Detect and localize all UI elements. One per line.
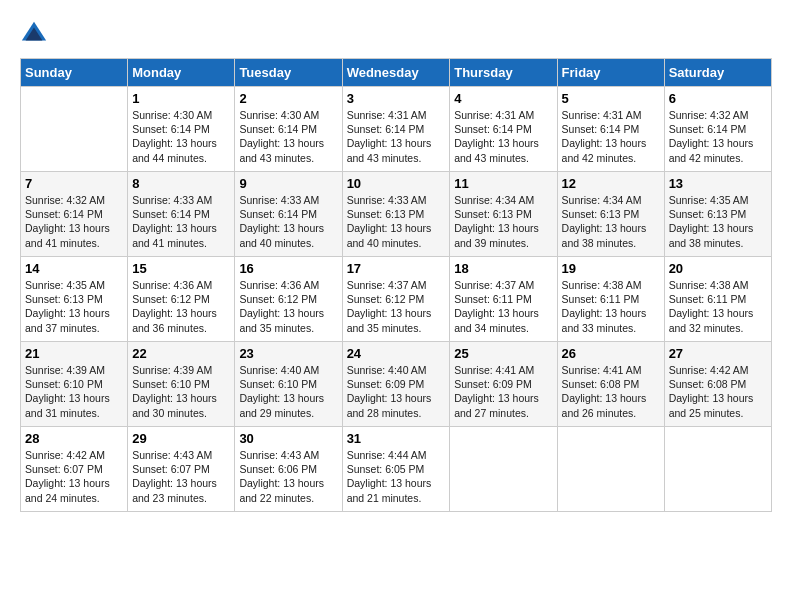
calendar-day-cell: 22 Sunrise: 4:39 AM Sunset: 6:10 PM Dayl… xyxy=(128,342,235,427)
calendar-day-cell: 23 Sunrise: 4:40 AM Sunset: 6:10 PM Dayl… xyxy=(235,342,342,427)
day-number: 1 xyxy=(132,91,230,106)
day-info: Sunrise: 4:43 AM Sunset: 6:07 PM Dayligh… xyxy=(132,448,230,505)
calendar-day-cell: 20 Sunrise: 4:38 AM Sunset: 6:11 PM Dayl… xyxy=(664,257,771,342)
calendar-day-cell: 29 Sunrise: 4:43 AM Sunset: 6:07 PM Dayl… xyxy=(128,427,235,512)
day-info: Sunrise: 4:31 AM Sunset: 6:14 PM Dayligh… xyxy=(454,108,552,165)
day-info: Sunrise: 4:33 AM Sunset: 6:13 PM Dayligh… xyxy=(347,193,446,250)
calendar-week-row: 7 Sunrise: 4:32 AM Sunset: 6:14 PM Dayli… xyxy=(21,172,772,257)
calendar-day-cell xyxy=(557,427,664,512)
day-info: Sunrise: 4:39 AM Sunset: 6:10 PM Dayligh… xyxy=(132,363,230,420)
day-number: 9 xyxy=(239,176,337,191)
day-number: 26 xyxy=(562,346,660,361)
calendar-day-cell: 11 Sunrise: 4:34 AM Sunset: 6:13 PM Dayl… xyxy=(450,172,557,257)
calendar-day-cell: 6 Sunrise: 4:32 AM Sunset: 6:14 PM Dayli… xyxy=(664,87,771,172)
calendar-day-cell: 31 Sunrise: 4:44 AM Sunset: 6:05 PM Dayl… xyxy=(342,427,450,512)
day-info: Sunrise: 4:34 AM Sunset: 6:13 PM Dayligh… xyxy=(562,193,660,250)
day-info: Sunrise: 4:33 AM Sunset: 6:14 PM Dayligh… xyxy=(239,193,337,250)
day-info: Sunrise: 4:42 AM Sunset: 6:07 PM Dayligh… xyxy=(25,448,123,505)
calendar-day-cell: 18 Sunrise: 4:37 AM Sunset: 6:11 PM Dayl… xyxy=(450,257,557,342)
calendar-week-row: 28 Sunrise: 4:42 AM Sunset: 6:07 PM Dayl… xyxy=(21,427,772,512)
day-number: 4 xyxy=(454,91,552,106)
calendar-week-row: 14 Sunrise: 4:35 AM Sunset: 6:13 PM Dayl… xyxy=(21,257,772,342)
day-number: 5 xyxy=(562,91,660,106)
day-number: 22 xyxy=(132,346,230,361)
day-info: Sunrise: 4:39 AM Sunset: 6:10 PM Dayligh… xyxy=(25,363,123,420)
day-number: 28 xyxy=(25,431,123,446)
day-number: 7 xyxy=(25,176,123,191)
day-info: Sunrise: 4:32 AM Sunset: 6:14 PM Dayligh… xyxy=(25,193,123,250)
day-info: Sunrise: 4:31 AM Sunset: 6:14 PM Dayligh… xyxy=(562,108,660,165)
calendar-day-cell: 24 Sunrise: 4:40 AM Sunset: 6:09 PM Dayl… xyxy=(342,342,450,427)
day-number: 16 xyxy=(239,261,337,276)
day-number: 13 xyxy=(669,176,767,191)
calendar-day-cell xyxy=(450,427,557,512)
calendar-day-cell xyxy=(664,427,771,512)
weekday-header: Monday xyxy=(128,59,235,87)
day-number: 19 xyxy=(562,261,660,276)
weekday-header: Wednesday xyxy=(342,59,450,87)
day-number: 30 xyxy=(239,431,337,446)
day-number: 12 xyxy=(562,176,660,191)
day-number: 3 xyxy=(347,91,446,106)
calendar-day-cell: 27 Sunrise: 4:42 AM Sunset: 6:08 PM Dayl… xyxy=(664,342,771,427)
day-info: Sunrise: 4:41 AM Sunset: 6:08 PM Dayligh… xyxy=(562,363,660,420)
day-info: Sunrise: 4:42 AM Sunset: 6:08 PM Dayligh… xyxy=(669,363,767,420)
day-number: 23 xyxy=(239,346,337,361)
day-info: Sunrise: 4:38 AM Sunset: 6:11 PM Dayligh… xyxy=(669,278,767,335)
calendar-day-cell: 14 Sunrise: 4:35 AM Sunset: 6:13 PM Dayl… xyxy=(21,257,128,342)
weekday-header: Saturday xyxy=(664,59,771,87)
day-number: 14 xyxy=(25,261,123,276)
day-info: Sunrise: 4:31 AM Sunset: 6:14 PM Dayligh… xyxy=(347,108,446,165)
page-header xyxy=(20,20,772,48)
day-info: Sunrise: 4:41 AM Sunset: 6:09 PM Dayligh… xyxy=(454,363,552,420)
calendar-day-cell: 21 Sunrise: 4:39 AM Sunset: 6:10 PM Dayl… xyxy=(21,342,128,427)
calendar-day-cell: 13 Sunrise: 4:35 AM Sunset: 6:13 PM Dayl… xyxy=(664,172,771,257)
calendar-day-cell: 10 Sunrise: 4:33 AM Sunset: 6:13 PM Dayl… xyxy=(342,172,450,257)
day-number: 6 xyxy=(669,91,767,106)
weekday-header: Friday xyxy=(557,59,664,87)
weekday-header-row: SundayMondayTuesdayWednesdayThursdayFrid… xyxy=(21,59,772,87)
day-number: 15 xyxy=(132,261,230,276)
day-info: Sunrise: 4:37 AM Sunset: 6:11 PM Dayligh… xyxy=(454,278,552,335)
day-info: Sunrise: 4:38 AM Sunset: 6:11 PM Dayligh… xyxy=(562,278,660,335)
day-number: 20 xyxy=(669,261,767,276)
day-info: Sunrise: 4:36 AM Sunset: 6:12 PM Dayligh… xyxy=(239,278,337,335)
weekday-header: Thursday xyxy=(450,59,557,87)
calendar-day-cell: 25 Sunrise: 4:41 AM Sunset: 6:09 PM Dayl… xyxy=(450,342,557,427)
calendar-day-cell: 16 Sunrise: 4:36 AM Sunset: 6:12 PM Dayl… xyxy=(235,257,342,342)
calendar-day-cell: 3 Sunrise: 4:31 AM Sunset: 6:14 PM Dayli… xyxy=(342,87,450,172)
day-number: 21 xyxy=(25,346,123,361)
day-number: 8 xyxy=(132,176,230,191)
day-info: Sunrise: 4:33 AM Sunset: 6:14 PM Dayligh… xyxy=(132,193,230,250)
day-info: Sunrise: 4:35 AM Sunset: 6:13 PM Dayligh… xyxy=(669,193,767,250)
day-number: 25 xyxy=(454,346,552,361)
calendar-day-cell: 2 Sunrise: 4:30 AM Sunset: 6:14 PM Dayli… xyxy=(235,87,342,172)
calendar-day-cell: 12 Sunrise: 4:34 AM Sunset: 6:13 PM Dayl… xyxy=(557,172,664,257)
day-number: 17 xyxy=(347,261,446,276)
day-number: 27 xyxy=(669,346,767,361)
logo xyxy=(20,20,52,48)
calendar-day-cell: 19 Sunrise: 4:38 AM Sunset: 6:11 PM Dayl… xyxy=(557,257,664,342)
day-number: 2 xyxy=(239,91,337,106)
day-info: Sunrise: 4:34 AM Sunset: 6:13 PM Dayligh… xyxy=(454,193,552,250)
calendar-day-cell: 26 Sunrise: 4:41 AM Sunset: 6:08 PM Dayl… xyxy=(557,342,664,427)
calendar-table: SundayMondayTuesdayWednesdayThursdayFrid… xyxy=(20,58,772,512)
day-number: 29 xyxy=(132,431,230,446)
calendar-week-row: 21 Sunrise: 4:39 AM Sunset: 6:10 PM Dayl… xyxy=(21,342,772,427)
calendar-day-cell xyxy=(21,87,128,172)
calendar-day-cell: 9 Sunrise: 4:33 AM Sunset: 6:14 PM Dayli… xyxy=(235,172,342,257)
weekday-header: Sunday xyxy=(21,59,128,87)
calendar-day-cell: 28 Sunrise: 4:42 AM Sunset: 6:07 PM Dayl… xyxy=(21,427,128,512)
calendar-day-cell: 5 Sunrise: 4:31 AM Sunset: 6:14 PM Dayli… xyxy=(557,87,664,172)
day-info: Sunrise: 4:40 AM Sunset: 6:09 PM Dayligh… xyxy=(347,363,446,420)
day-info: Sunrise: 4:30 AM Sunset: 6:14 PM Dayligh… xyxy=(132,108,230,165)
day-info: Sunrise: 4:32 AM Sunset: 6:14 PM Dayligh… xyxy=(669,108,767,165)
calendar-day-cell: 7 Sunrise: 4:32 AM Sunset: 6:14 PM Dayli… xyxy=(21,172,128,257)
weekday-header: Tuesday xyxy=(235,59,342,87)
day-number: 10 xyxy=(347,176,446,191)
calendar-day-cell: 1 Sunrise: 4:30 AM Sunset: 6:14 PM Dayli… xyxy=(128,87,235,172)
day-number: 18 xyxy=(454,261,552,276)
day-number: 24 xyxy=(347,346,446,361)
day-info: Sunrise: 4:30 AM Sunset: 6:14 PM Dayligh… xyxy=(239,108,337,165)
calendar-week-row: 1 Sunrise: 4:30 AM Sunset: 6:14 PM Dayli… xyxy=(21,87,772,172)
